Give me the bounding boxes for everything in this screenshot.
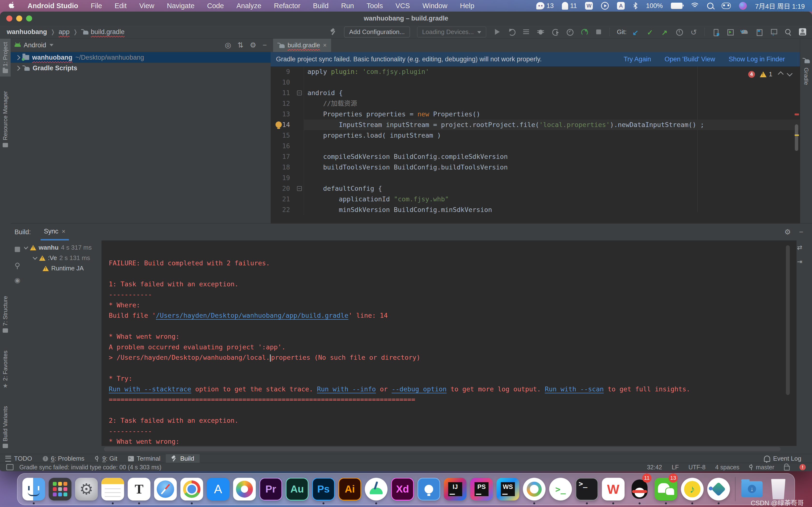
- add-configuration-button[interactable]: Add Configuration...: [344, 26, 410, 38]
- dock-item-textedit[interactable]: T: [127, 474, 152, 504]
- search-everywhere-icon[interactable]: [784, 28, 792, 36]
- tool-button-1-project[interactable]: 1: Project: [0, 39, 11, 76]
- project-view-selector[interactable]: Android: [24, 42, 46, 49]
- history-icon[interactable]: [675, 28, 683, 36]
- indent-setting[interactable]: 4 spaces: [715, 464, 740, 471]
- toolwindow-6-problems[interactable]: !6: Problems: [38, 454, 90, 463]
- layout-inspector-icon[interactable]: [755, 28, 763, 36]
- stop-square-icon[interactable]: [15, 247, 20, 252]
- editor-scrollbar[interactable]: [794, 66, 800, 212]
- pin-icon[interactable]: [15, 263, 19, 267]
- play-status-icon[interactable]: [601, 2, 609, 10]
- word-app-icon[interactable]: W: [585, 2, 593, 10]
- tab-sync[interactable]: Sync ×: [41, 224, 69, 240]
- chevron-right-icon[interactable]: [15, 55, 20, 60]
- caret-position[interactable]: 32:42: [647, 464, 662, 471]
- menu-item-refactor[interactable]: Refactor: [274, 2, 300, 10]
- tool-button-2-favorites[interactable]: 2: Favorites★: [0, 347, 11, 391]
- device-selector-dropdown[interactable]: Loading Devices...: [417, 26, 486, 38]
- dock-item-xd[interactable]: Xd: [390, 474, 415, 504]
- toolwindow-toggle-icon[interactable]: [6, 464, 13, 470]
- code-editor[interactable]: 9apply plugin: 'com.fjsy.plugin'10 11and…: [271, 66, 800, 212]
- console-vertical-scrollbar[interactable]: [786, 245, 790, 395]
- dock-item-audition[interactable]: Au: [285, 474, 310, 504]
- menu-item-window[interactable]: Window: [422, 2, 447, 10]
- dock-item-photoshop[interactable]: Ps: [311, 474, 336, 504]
- banner-action-open-build-view[interactable]: Open 'Build' View: [665, 56, 715, 63]
- stop-icon[interactable]: [595, 28, 602, 36]
- dock-item-qqmusic[interactable]: [680, 474, 705, 504]
- hide-panel-icon[interactable]: −: [799, 228, 803, 236]
- commit-icon[interactable]: [647, 28, 654, 36]
- collapse-all-icon[interactable]: ⇅: [237, 42, 243, 49]
- tool-button-7-structure[interactable]: 7: Structure: [0, 293, 11, 336]
- chevron-down-icon[interactable]: [33, 255, 38, 260]
- dock-item-wechat[interactable]: 13: [654, 474, 678, 504]
- push-icon[interactable]: [661, 28, 668, 36]
- tab-build-gradle[interactable]: build.gradle ×: [273, 39, 331, 52]
- chevron-down-icon[interactable]: [24, 244, 28, 249]
- rollback-icon[interactable]: [690, 28, 697, 36]
- hammer-icon[interactable]: [329, 28, 337, 36]
- wechat-status-item[interactable]: 13: [536, 2, 554, 10]
- spotlight-search-icon[interactable]: [707, 3, 713, 9]
- dock-item-phpstorm[interactable]: PS: [469, 474, 494, 504]
- toolwindow-build[interactable]: Build: [166, 454, 200, 463]
- breadcrumb-build-gradle[interactable]: build.gradle: [81, 28, 125, 36]
- control-center-icon[interactable]: [722, 3, 731, 9]
- menu-item-analyze[interactable]: Analyze: [236, 2, 261, 10]
- dock-item-launchpad[interactable]: [48, 474, 72, 504]
- apple-menu-icon[interactable]: [9, 1, 15, 10]
- window-titlebar[interactable]: wanhuobang – build.gradle: [0, 12, 812, 25]
- menu-item-code[interactable]: Code: [207, 2, 224, 10]
- dock-item-photos[interactable]: [232, 474, 257, 504]
- bluetooth-icon[interactable]: [633, 2, 638, 9]
- breadcrumb-app[interactable]: app: [59, 28, 69, 36]
- dock-item-finder[interactable]: [21, 474, 46, 504]
- banner-action-show-log-in-finder[interactable]: Show Log in Finder: [729, 56, 785, 63]
- intention-bulb-icon[interactable]: [275, 121, 282, 128]
- console-horizontal-scrollbar[interactable]: [104, 447, 780, 451]
- line-ending[interactable]: LF: [672, 464, 679, 471]
- sync-gradle-icon[interactable]: [580, 28, 588, 36]
- console-link[interactable]: Run with --stacktrace: [109, 385, 191, 393]
- attach-profiler-icon[interactable]: [552, 28, 559, 36]
- event-log-button[interactable]: Event Log: [759, 454, 812, 463]
- profiler-icon[interactable]: [566, 28, 573, 36]
- device-manager-icon[interactable]: [712, 28, 719, 36]
- menu-item-vcs[interactable]: VCS: [395, 2, 410, 10]
- scroll-to-end-icon[interactable]: ⇥: [797, 258, 802, 266]
- tree-item-wanhuobang[interactable]: wanhuobang~/Desktop/wanhuobang: [11, 52, 271, 63]
- dock-item-notes[interactable]: [101, 474, 125, 504]
- toolwindow-terminal[interactable]: Terminal: [123, 454, 166, 463]
- play-icon[interactable]: [494, 28, 501, 36]
- next-error-icon[interactable]: [786, 70, 793, 76]
- dock-item-settings[interactable]: [74, 474, 99, 504]
- settings-gear-icon[interactable]: ⚙: [250, 42, 256, 49]
- chevron-right-icon[interactable]: [15, 65, 20, 70]
- tool-button-build-variants[interactable]: Build Variants: [0, 403, 11, 451]
- menu-item-help[interactable]: Help: [460, 2, 474, 10]
- git-branch-widget[interactable]: master: [749, 464, 774, 471]
- wifi-icon[interactable]: [691, 3, 699, 9]
- dock-item-illustrator[interactable]: Ai: [338, 474, 362, 504]
- device-file-explorer-icon[interactable]: [726, 28, 734, 36]
- user-avatar-icon[interactable]: [799, 28, 806, 36]
- breadcrumb-wanhuobang[interactable]: wanhuobang: [7, 28, 47, 36]
- build-console[interactable]: FAILURE: Build completed with 2 failures…: [101, 240, 797, 446]
- hide-panel-icon[interactable]: −: [262, 42, 267, 49]
- menu-item-tools[interactable]: Tools: [367, 2, 383, 10]
- tool-button-gradle[interactable]: Gradle: [803, 68, 810, 85]
- tool-button-resource-manager[interactable]: Resource Manager: [0, 88, 11, 151]
- a-app-icon[interactable]: A: [617, 2, 625, 10]
- console-link[interactable]: Run with --scan: [545, 385, 604, 393]
- build-tree-item-runtime-ja[interactable]: Runtime JA: [24, 263, 101, 274]
- battery-icon[interactable]: [671, 3, 682, 9]
- lock-icon[interactable]: [784, 466, 790, 470]
- build-tree-item-wanhu[interactable]: wanhu4 s 317 ms: [24, 242, 101, 253]
- fold-marker-icon[interactable]: [297, 186, 302, 191]
- soft-wrap-icon[interactable]: ⇄: [797, 244, 802, 251]
- previous-error-icon[interactable]: [778, 71, 783, 77]
- banner-action-try-again[interactable]: Try Again: [624, 56, 651, 63]
- dock-item-webstorm[interactable]: WS: [496, 474, 520, 504]
